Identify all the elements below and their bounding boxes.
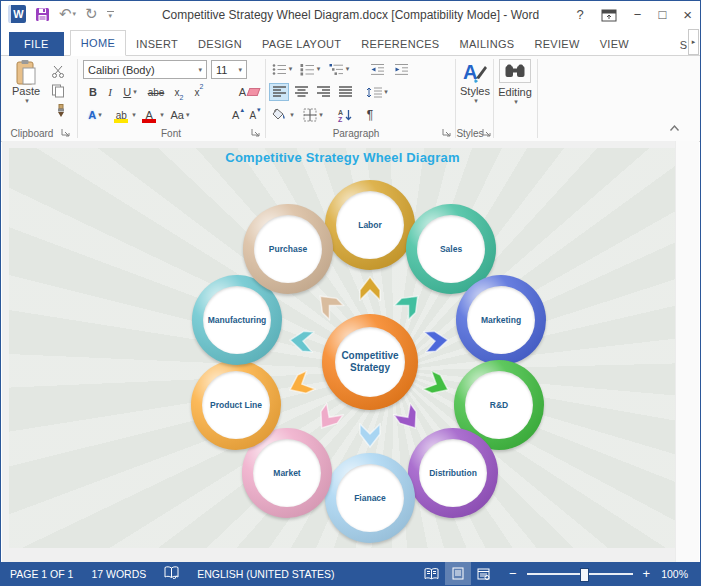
zoom-slider[interactable]: [527, 573, 633, 575]
sort-button[interactable]: A Z: [333, 106, 357, 124]
vertical-scrollbar[interactable]: [675, 141, 699, 562]
change-case-caret[interactable]: ▾: [186, 111, 190, 119]
grow-font-button[interactable]: A ▴: [230, 106, 245, 124]
styles-button[interactable]: A Styles ▾: [459, 59, 491, 105]
window-title: Competitive Strategy Wheel Diagram.docx …: [121, 1, 580, 29]
zoom-in-button[interactable]: +: [641, 566, 653, 581]
clipboard-dialog-launcher[interactable]: [61, 128, 71, 138]
minimize-button[interactable]: −: [634, 1, 642, 29]
borders-button[interactable]: ▾: [299, 106, 327, 124]
format-painter-button[interactable]: [47, 102, 69, 120]
redo-button[interactable]: ↻: [85, 6, 98, 22]
subscript-button[interactable]: x 2: [170, 83, 188, 101]
font-name-caret[interactable]: ▾: [198, 66, 202, 74]
help-button[interactable]: ?: [577, 1, 584, 29]
tab-references[interactable]: REFERENCES: [351, 32, 449, 56]
decrease-indent-button[interactable]: [367, 60, 387, 78]
justify-button[interactable]: [335, 83, 355, 101]
change-case-button[interactable]: Aa ▾: [167, 106, 193, 124]
highlight-button[interactable]: ab ▾: [111, 106, 137, 124]
font-dialog-launcher[interactable]: [251, 128, 261, 138]
read-mode-button[interactable]: [419, 562, 445, 585]
line-spacing-caret[interactable]: ▾: [384, 88, 388, 96]
borders-caret[interactable]: ▾: [319, 111, 323, 119]
superscript-button[interactable]: x 2: [190, 83, 208, 101]
ribbon-display-options-button[interactable]: [601, 9, 617, 22]
node-purchase[interactable]: Purchase: [243, 204, 333, 294]
node-product-line[interactable]: Product Line: [191, 360, 281, 450]
proofing-status[interactable]: [155, 566, 188, 581]
tab-file[interactable]: FILE: [9, 32, 64, 56]
zoom-level[interactable]: 100%: [652, 568, 700, 580]
tab-view[interactable]: VIEW: [590, 32, 639, 56]
undo-dropdown-caret[interactable]: ▾: [73, 6, 77, 22]
node-labor[interactable]: Labor: [325, 180, 415, 270]
paste-dropdown-caret[interactable]: ▾: [25, 97, 29, 105]
multilevel-caret[interactable]: ▾: [346, 65, 350, 73]
word-count[interactable]: 17 WORDS: [82, 568, 155, 580]
underline-caret[interactable]: ▾: [133, 88, 137, 96]
tab-scroll-button[interactable]: ▸: [688, 29, 699, 55]
align-center-button[interactable]: [291, 83, 311, 101]
bullets-button[interactable]: ▾: [269, 60, 295, 78]
font-color-caret[interactable]: ▾: [160, 111, 164, 119]
maximize-button[interactable]: □: [658, 1, 666, 29]
copy-button[interactable]: [47, 82, 69, 100]
tab-design[interactable]: DESIGN: [188, 32, 252, 56]
undo-button[interactable]: ↶ ▾: [59, 6, 76, 22]
align-right-button[interactable]: [313, 83, 333, 101]
close-button[interactable]: ×: [683, 1, 692, 29]
paragraph-dialog-launcher[interactable]: [442, 128, 452, 138]
font-size-combo[interactable]: 11 ▾: [211, 60, 247, 79]
zoom-out-button[interactable]: −: [507, 566, 519, 581]
zoom-slider-thumb[interactable]: [580, 568, 589, 582]
styles-caret[interactable]: ▾: [474, 97, 478, 105]
page-indicator[interactable]: PAGE 1 OF 1: [1, 568, 82, 580]
save-button[interactable]: [35, 7, 50, 22]
document-page[interactable]: Competitive Strategy Wheel Diagram Labor…: [9, 148, 676, 548]
title-bar: W ↶ ▾ ↻ ▾: [1, 1, 700, 29]
font-color-button[interactable]: A ▾: [140, 106, 164, 124]
customize-qat-button[interactable]: ▾: [107, 11, 114, 18]
shrink-font-button[interactable]: A ▾: [247, 106, 262, 124]
font-name-combo[interactable]: Calibri (Body) ▾: [83, 60, 207, 79]
line-spacing-button[interactable]: ▾: [363, 83, 391, 101]
tab-page-layout[interactable]: PAGE LAYOUT: [252, 32, 351, 56]
text-effects-button[interactable]: A ▾: [83, 106, 107, 124]
bullets-caret[interactable]: ▾: [289, 65, 293, 73]
numbering-caret[interactable]: ▾: [317, 65, 321, 73]
node-distribution[interactable]: Distribution: [408, 428, 498, 518]
styles-dialog-launcher[interactable]: [482, 128, 492, 138]
web-layout-button[interactable]: [471, 562, 497, 585]
strikethrough-button[interactable]: abe: [144, 83, 168, 101]
node-competitive-strategy[interactable]: Competitive Strategy: [322, 314, 418, 410]
node-marketing[interactable]: Marketing: [456, 275, 546, 365]
node-finance[interactable]: Fianace: [325, 453, 415, 543]
underline-button[interactable]: U ▾: [118, 83, 142, 101]
cut-button[interactable]: [47, 62, 69, 80]
bold-button[interactable]: B: [85, 83, 101, 101]
font-size-caret[interactable]: ▾: [238, 66, 242, 74]
language-indicator[interactable]: ENGLISH (UNITED STATES): [188, 568, 343, 580]
multilevel-list-button[interactable]: ▾: [325, 60, 353, 78]
shading-caret[interactable]: ▾: [290, 111, 294, 119]
print-layout-button[interactable]: [445, 562, 471, 585]
editing-caret[interactable]: ▾: [514, 98, 518, 106]
word-app-icon[interactable]: W: [8, 5, 26, 23]
numbering-button[interactable]: ▾: [297, 60, 323, 78]
align-left-button[interactable]: [269, 83, 289, 101]
editing-button[interactable]: Editing ▾: [497, 59, 533, 106]
tab-insert[interactable]: INSERT: [126, 32, 188, 56]
clear-formatting-button[interactable]: A: [237, 83, 261, 101]
tab-review[interactable]: REVIEW: [524, 32, 589, 56]
highlight-caret[interactable]: ▾: [132, 111, 136, 119]
tab-home[interactable]: HOME: [70, 30, 126, 56]
paste-button[interactable]: Paste ▾: [7, 59, 45, 105]
tab-mailings[interactable]: MAILINGS: [449, 32, 524, 56]
show-hide-pilcrow-button[interactable]: ¶: [361, 106, 379, 124]
text-effects-caret[interactable]: ▾: [98, 111, 102, 119]
collapse-ribbon-button[interactable]: [669, 124, 680, 132]
italic-button[interactable]: I: [103, 83, 117, 101]
increase-indent-button[interactable]: [391, 60, 411, 78]
shading-button[interactable]: ▾: [269, 106, 297, 124]
